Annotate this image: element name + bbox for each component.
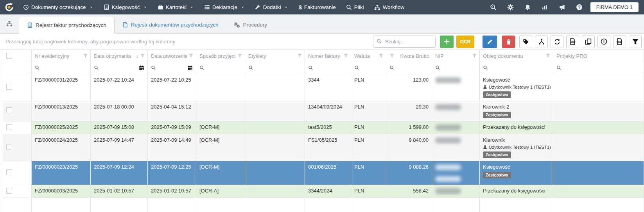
column-header-invoice[interactable]: Numer faktury bbox=[305, 50, 351, 62]
row-checkbox[interactable] bbox=[6, 188, 12, 194]
calendar-icon[interactable] bbox=[139, 65, 144, 71]
filter-button[interactable] bbox=[629, 36, 642, 48]
menu-item-kartoteki[interactable]: Kartoteki bbox=[152, 0, 199, 14]
filter-input-projects[interactable] bbox=[564, 65, 640, 71]
company-selector[interactable]: FIRMA DEMO 1 bbox=[590, 2, 639, 12]
column-header-gross[interactable]: Kwota Brutto bbox=[386, 50, 432, 62]
menu-item-deklaracje[interactable]: Deklaracje bbox=[199, 0, 250, 14]
cell-created: 2025-07-09 14:49 bbox=[148, 134, 196, 161]
cell-projects bbox=[553, 101, 644, 121]
cell-invoice: 001/06/2025 bbox=[305, 161, 351, 185]
column-header-received[interactable]: Data otrzymania↓ bbox=[91, 50, 148, 62]
flow-state-label: Ksiegowość bbox=[483, 77, 550, 83]
row-checkbox[interactable] bbox=[6, 144, 12, 150]
menu-item-ksi-gowo-[interactable]: Księgowość bbox=[99, 0, 152, 14]
column-header-labels[interactable]: Etykiety bbox=[245, 50, 305, 62]
stats-chart-icon[interactable] bbox=[542, 4, 548, 11]
column-filter-funnel-icon[interactable] bbox=[389, 53, 395, 59]
ocr-button[interactable]: OCR bbox=[456, 36, 474, 48]
menu-item-workflow[interactable]: Workflow bbox=[369, 0, 409, 14]
tab-rejestr-dokumentów-przychodzących[interactable]: Rejestr dokumentów przychodzących bbox=[115, 16, 226, 33]
info-button[interactable] bbox=[597, 36, 610, 48]
app-logo-icon[interactable] bbox=[0, 2, 18, 12]
menu-item-pliki[interactable]: Pliki bbox=[341, 0, 369, 14]
menu-item-label: Deklaracje bbox=[212, 4, 237, 10]
sitemap-icon[interactable] bbox=[0, 14, 19, 33]
row-checkbox[interactable] bbox=[6, 107, 12, 113]
filter-input-created[interactable] bbox=[158, 65, 185, 71]
search-input[interactable] bbox=[373, 36, 436, 48]
column-header-nip[interactable]: NIP bbox=[432, 50, 480, 62]
pdf-file-icon: pdf bbox=[616, 38, 623, 45]
menu-item-dokumenty-oczekuj-ce[interactable]: Dokumenty oczekujące bbox=[18, 0, 99, 14]
row-checkbox[interactable] bbox=[6, 84, 12, 90]
delete-button[interactable] bbox=[502, 36, 515, 48]
notifications-bell-icon[interactable] bbox=[524, 4, 531, 11]
column-filter-funnel-icon[interactable] bbox=[237, 53, 242, 59]
copy-button[interactable] bbox=[582, 36, 595, 48]
topbar-icons: s? bbox=[490, 4, 589, 11]
filter-input-currency[interactable] bbox=[362, 65, 383, 71]
cell-ev: FZ/00000024/2025 bbox=[32, 134, 91, 161]
calendar-icon[interactable] bbox=[187, 65, 193, 71]
filter-input-invoice[interactable] bbox=[316, 65, 348, 71]
column-filter-funnel-icon[interactable] bbox=[472, 53, 477, 59]
filter-input-method[interactable] bbox=[207, 65, 242, 71]
column-filter-funnel-icon[interactable] bbox=[545, 53, 551, 59]
column-filter-funnel-icon[interactable] bbox=[188, 53, 194, 59]
column-header-flow[interactable]: Obieg dokumentu bbox=[480, 50, 553, 62]
column-filter-funnel-icon[interactable] bbox=[343, 53, 348, 59]
column-header-created[interactable]: Data utworzenia bbox=[148, 50, 196, 62]
row-checkbox[interactable] bbox=[6, 124, 12, 130]
filter-input-ev[interactable] bbox=[42, 65, 87, 71]
filter-input-labels[interactable] bbox=[256, 65, 301, 71]
table-row[interactable]: FZ/00000023/20252025-07-09 12:242025-07-… bbox=[3, 161, 644, 185]
table-row[interactable]: FZ/00000003/20252025-01-02 10:572025-01-… bbox=[3, 185, 644, 198]
add-button[interactable] bbox=[440, 36, 454, 48]
cell-gross: 29,30 bbox=[386, 101, 432, 121]
tab-procedury[interactable]: Procedury bbox=[226, 16, 275, 33]
filter-input-flow[interactable] bbox=[490, 65, 550, 71]
announcements-megaphone-icon[interactable] bbox=[559, 4, 565, 11]
row-checkbox[interactable] bbox=[6, 169, 12, 175]
edit-button[interactable] bbox=[483, 36, 497, 48]
cell-created: 2025-07-09 15:09 bbox=[148, 121, 196, 134]
select-all-checkbox[interactable] bbox=[6, 53, 12, 59]
global-search-icon[interactable]: s bbox=[490, 4, 497, 11]
help-icon[interactable]: ? bbox=[576, 4, 583, 11]
refresh-button[interactable] bbox=[551, 36, 563, 48]
menu-item-dodatki[interactable]: Dodatki bbox=[250, 0, 294, 14]
tab-rejestr-faktur-przychodzących[interactable]: Rejestr faktur przychodzących bbox=[19, 17, 115, 34]
table-row[interactable]: FZ/00000025/20252025-07-09 15:082025-07-… bbox=[3, 121, 644, 134]
tab-bar: Rejestr faktur przychodzącychRejestr dok… bbox=[0, 14, 644, 34]
export-pdf-button[interactable]: pdf bbox=[613, 36, 626, 48]
menu-item-fakturowanie[interactable]: $Fakturowanie bbox=[293, 0, 341, 14]
column-header-method[interactable]: Sposób przyjęcia bbox=[196, 50, 245, 62]
list-icon bbox=[204, 4, 210, 10]
table-row[interactable]: FZ/00000013/20252025-07-18 00:002025-04-… bbox=[3, 101, 644, 121]
filter-cell-created bbox=[148, 62, 196, 74]
caret-down-icon bbox=[143, 5, 147, 9]
cell-gross: 123,00 bbox=[386, 74, 432, 101]
column-filter-funnel-icon[interactable] bbox=[297, 53, 302, 59]
settings-gear-icon[interactable] bbox=[507, 4, 514, 11]
tab-label: Procedury bbox=[243, 22, 267, 28]
column-header-projects[interactable]: Projekty PRO bbox=[553, 50, 644, 62]
table-row[interactable]: FZ/00000024/20252025-07-09 14:472025-07-… bbox=[3, 134, 644, 161]
column-header-currency[interactable]: Waluta bbox=[351, 50, 386, 62]
filter-input-gross[interactable] bbox=[397, 65, 429, 71]
table-row[interactable]: FZ/00000031/20252025-07-22 10:242025-07-… bbox=[3, 74, 644, 101]
filter-input-nip[interactable] bbox=[443, 65, 476, 71]
export-xlsx-button[interactable]: xlsx bbox=[566, 36, 579, 48]
cell-projects bbox=[553, 74, 644, 101]
filter-cell-projects bbox=[553, 62, 644, 74]
tags-button[interactable] bbox=[519, 36, 532, 48]
column-filter-funnel-icon[interactable] bbox=[83, 53, 88, 59]
caret-down-icon bbox=[190, 5, 194, 9]
filter-input-received[interactable] bbox=[101, 65, 136, 71]
column-header-ev[interactable]: Nr ewidencyjny bbox=[32, 50, 91, 62]
workflow-route-button[interactable] bbox=[535, 36, 548, 48]
grid-left-strip bbox=[0, 50, 3, 212]
column-filter-funnel-icon[interactable] bbox=[379, 53, 384, 59]
column-filter-funnel-icon[interactable] bbox=[140, 53, 145, 59]
